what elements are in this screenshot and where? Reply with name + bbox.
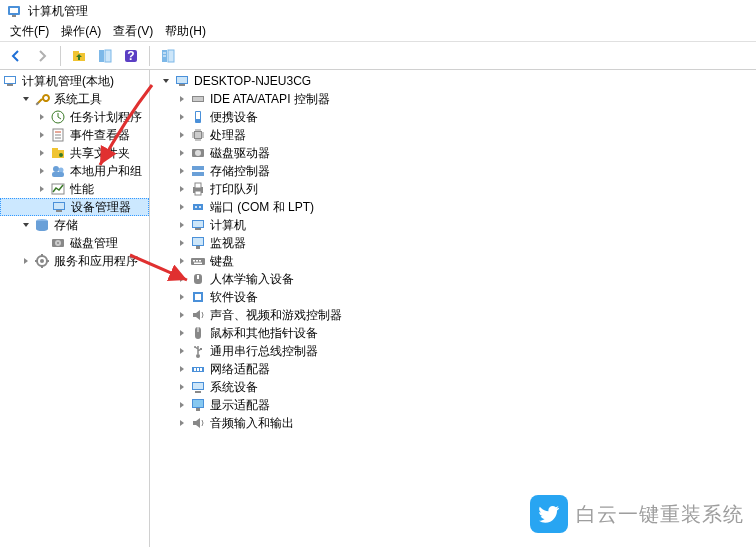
chevron-right-icon[interactable] <box>34 109 50 125</box>
chevron-right-icon[interactable] <box>174 181 190 197</box>
sidebar-item[interactable]: 性能 <box>0 180 149 198</box>
sidebar-root-label: 计算机管理(本地) <box>22 73 114 90</box>
chevron-right-icon[interactable] <box>174 127 190 143</box>
watermark: 白云一键重装系统 <box>530 495 744 533</box>
chevron-right-icon[interactable] <box>174 163 190 179</box>
chevron-right-icon[interactable] <box>174 109 190 125</box>
sidebar-item-label: 事件查看器 <box>70 127 130 144</box>
sidebar-item[interactable]: 事件查看器 <box>0 126 149 144</box>
svg-rect-54 <box>195 183 201 188</box>
chevron-right-icon[interactable] <box>174 379 190 395</box>
svg-rect-42 <box>179 84 185 86</box>
chevron-right-icon[interactable] <box>174 271 190 287</box>
device-category-label: 软件设备 <box>210 289 258 306</box>
sidebar-item-label: 本地用户和组 <box>70 163 142 180</box>
svg-rect-56 <box>193 204 203 210</box>
chevron-right-icon[interactable] <box>174 307 190 323</box>
sidebar-group[interactable]: 服务和应用程序 <box>0 252 149 270</box>
chevron-right-icon[interactable] <box>174 415 190 431</box>
chevron-down-icon[interactable] <box>18 91 34 107</box>
device-category[interactable]: 软件设备 <box>150 288 756 306</box>
svg-rect-63 <box>193 238 203 245</box>
menu-view[interactable]: 查看(V) <box>107 21 159 42</box>
device-category[interactable]: IDE ATA/ATAPI 控制器 <box>150 90 756 108</box>
chevron-right-icon[interactable] <box>174 235 190 251</box>
device-category[interactable]: 处理器 <box>150 126 756 144</box>
sidebar-item-label: 性能 <box>70 181 94 198</box>
help-button[interactable]: ? <box>119 44 143 68</box>
sidebar-group[interactable]: 系统工具 <box>0 90 149 108</box>
chevron-right-icon[interactable] <box>174 91 190 107</box>
mouse-icon <box>190 325 206 341</box>
chevron-right-icon[interactable] <box>34 181 50 197</box>
menu-file[interactable]: 文件(F) <box>4 21 55 42</box>
device-category[interactable]: 显示适配器 <box>150 396 756 414</box>
device-category-label: 人体学输入设备 <box>210 271 294 288</box>
sidebar-item[interactable]: 任务计划程序 <box>0 108 149 126</box>
sidebar-group[interactable]: 存储 <box>0 216 149 234</box>
chevron-right-icon[interactable] <box>34 127 50 143</box>
chevron-right-icon[interactable] <box>174 343 190 359</box>
display-icon <box>190 397 206 413</box>
chevron-right-icon[interactable] <box>174 217 190 233</box>
tools-icon <box>34 91 50 107</box>
sidebar-root[interactable]: 计算机管理(本地) <box>0 72 149 90</box>
device-category[interactable]: 通用串行总线控制器 <box>150 342 756 360</box>
sidebar-item[interactable]: 共享文件夹 <box>0 144 149 162</box>
menu-action[interactable]: 操作(A) <box>55 21 107 42</box>
chevron-right-icon[interactable] <box>34 163 50 179</box>
show-hide-button[interactable] <box>93 44 117 68</box>
device-category[interactable]: 鼠标和其他指针设备 <box>150 324 756 342</box>
menu-help[interactable]: 帮助(H) <box>159 21 212 42</box>
chevron-right-icon[interactable] <box>174 199 190 215</box>
chevron-right-icon[interactable] <box>18 253 34 269</box>
chevron-right-icon[interactable] <box>174 145 190 161</box>
chevron-right-icon[interactable] <box>174 289 190 305</box>
menubar: 文件(F) 操作(A) 查看(V) 帮助(H) <box>0 22 756 42</box>
device-category[interactable]: 打印队列 <box>150 180 756 198</box>
device-category[interactable]: 音频输入和输出 <box>150 414 756 432</box>
svg-point-39 <box>40 259 44 263</box>
cpu-icon <box>190 127 206 143</box>
svg-rect-31 <box>56 210 62 212</box>
device-category[interactable]: 计算机 <box>150 216 756 234</box>
toolbar-separator <box>149 46 150 66</box>
sidebar-item[interactable]: 本地用户和组 <box>0 162 149 180</box>
device-category[interactable]: 端口 (COM 和 LPT) <box>150 198 756 216</box>
sidebar-item[interactable]: 磁盘管理 <box>0 234 149 252</box>
svg-rect-81 <box>197 368 199 371</box>
device-category[interactable]: 监视器 <box>150 234 756 252</box>
chevron-down-icon[interactable] <box>158 73 174 89</box>
properties-button[interactable] <box>156 44 180 68</box>
device-category[interactable]: 键盘 <box>150 252 756 270</box>
device-category[interactable]: 人体学输入设备 <box>150 270 756 288</box>
svg-rect-73 <box>195 294 201 300</box>
svg-point-57 <box>195 206 197 208</box>
svg-rect-2 <box>12 15 16 17</box>
chevron-right-icon[interactable] <box>174 325 190 341</box>
device-category[interactable]: 便携设备 <box>150 108 756 126</box>
device-category[interactable]: 网络适配器 <box>150 360 756 378</box>
chevron-right-icon[interactable] <box>174 361 190 377</box>
chevron-right-icon[interactable] <box>34 145 50 161</box>
forward-button[interactable] <box>30 44 54 68</box>
up-button[interactable] <box>67 44 91 68</box>
device-category[interactable]: 系统设备 <box>150 378 756 396</box>
svg-rect-10 <box>168 50 174 62</box>
svg-point-26 <box>59 168 64 173</box>
device-category[interactable]: 声音、视频和游戏控制器 <box>150 306 756 324</box>
sidebar-item[interactable]: 设备管理器 <box>0 198 149 216</box>
chevron-down-icon[interactable] <box>18 217 34 233</box>
chevron-right-icon[interactable] <box>174 397 190 413</box>
device-category-label: 键盘 <box>210 253 234 270</box>
svg-rect-88 <box>196 408 200 411</box>
device-category[interactable]: 磁盘驱动器 <box>150 144 756 162</box>
svg-rect-87 <box>193 400 203 407</box>
chevron-right-icon[interactable] <box>174 253 190 269</box>
device-category-label: 存储控制器 <box>210 163 270 180</box>
device-category-label: 打印队列 <box>210 181 258 198</box>
titlebar: 计算机管理 <box>0 0 756 22</box>
back-button[interactable] <box>4 44 28 68</box>
device-root[interactable]: DESKTOP-NJEU3CG <box>150 72 756 90</box>
device-category[interactable]: 存储控制器 <box>150 162 756 180</box>
